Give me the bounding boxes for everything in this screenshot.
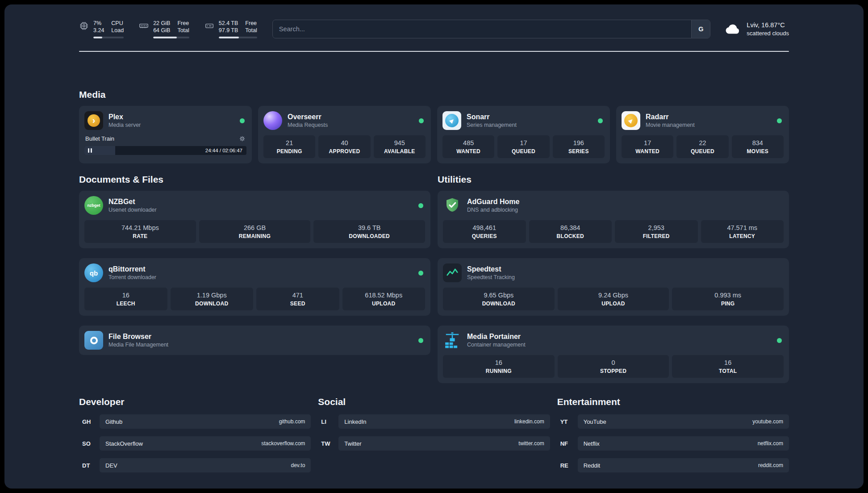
cpu-stat-body: 7% 3.24 CPU Load [93,20,124,38]
bookmark-card[interactable]: Reddit reddit.com [578,458,789,472]
plex-card[interactable]: › Plex Media server Bullet Train [79,106,252,163]
disk-total-label: Total [245,27,257,34]
disk-stat: 52.4 TB 97.9 TB Free Total [204,20,257,38]
qbittorrent-logo-text: qb [90,269,98,277]
section-utilities: Utilities [438,174,789,383]
radarr-titles: Radarr Movie management [646,113,695,129]
bookmark-name: Reddit [584,462,601,469]
status-dot [419,118,424,123]
adguard-icon [443,196,462,215]
nzbget-titles: NZBGet Usenet downloader [108,197,157,214]
stat-latency: 47.571 ms LATENCY [701,220,784,243]
radarr-icon: ▶ [622,111,640,130]
sonarr-icon: ▶ [442,111,461,130]
bookmark-name: LinkedIn [344,418,366,425]
overseerr-card[interactable]: Overseerr Media Requests 21 PENDING 40 A… [258,106,431,163]
speedtest-card[interactable]: Speedtest Speedtest Tracking 9.65 Gbps D… [438,258,789,316]
sonarr-titles: Sonarr Series management [467,113,517,129]
bookmark-card[interactable]: Netflix netflix.com [578,436,789,451]
stat-value: 39.6 TB [315,224,424,232]
app-description: Media File Management [108,341,168,349]
bookmark-card[interactable]: Github github.com [100,414,311,429]
app-name: Overseerr [288,113,328,121]
stat-label: UPLOAD [559,301,668,307]
entertainment-section-title: Entertainment [557,397,789,407]
bookmark-url: github.com [279,418,305,425]
filebrowser-card[interactable]: File Browser Media File Management [79,326,430,355]
stat-value: 2,953 [616,224,697,232]
overseerr-stats: 21 PENDING 40 APPROVED 945 AVAILABLE [263,135,426,158]
track-name: Bullet Train [85,135,114,142]
bookmark-twitter[interactable]: TW Twitter twitter.com [318,436,550,451]
filebrowser-header: File Browser Media File Management [84,331,425,350]
filebrowser-titles: File Browser Media File Management [108,332,168,349]
qbittorrent-card[interactable]: qb qBittorrent Torrent downloader 16 LEE… [79,258,430,316]
stat-running: 16 RUNNING [443,355,555,378]
bookmark-card[interactable]: Twitter twitter.com [338,436,550,451]
bookmark-reddit[interactable]: RE Reddit reddit.com [557,458,789,472]
stat-series: 196 SERIES [553,135,605,158]
bookmark-dev[interactable]: DT DEV dev.to [79,458,311,472]
stat-label: QUEUED [499,148,548,155]
bookmark-card[interactable]: LinkedIn linkedin.com [338,414,550,429]
app-description: Movie management [646,121,695,129]
social-bookmarks: LI LinkedIn linkedin.com TW Twitter twit… [318,414,550,451]
app-name: Sonarr [467,113,517,121]
app-name: Media Portainer [467,332,526,341]
stat-ping: 0.993 ms PING [672,288,784,310]
nzbget-card[interactable]: nzbget NZBGet Usenet downloader 744.21 M… [79,191,430,248]
media-cards-row: › Plex Media server Bullet Train [79,106,789,163]
status-dot [777,338,782,343]
section-media: Media › Plex Media server [79,89,789,163]
pause-icon[interactable] [88,148,92,153]
social-section-title: Social [318,397,550,407]
adguard-card[interactable]: AdGuard Home DNS and adblocking 498,461 … [438,191,789,248]
status-dot [418,271,423,276]
bookmark-card[interactable]: YouTube youtube.com [578,414,789,429]
stat-label: AVAILABLE [375,148,424,155]
portainer-card[interactable]: Media Portainer Container management 16 … [438,326,789,383]
search-input[interactable] [273,25,692,33]
stat-label: STOPPED [559,368,668,374]
stat-value: 618.52 Mbps [344,292,424,299]
bookmark-netflix[interactable]: NF Netflix netflix.com [557,436,789,451]
bookmark-youtube[interactable]: YT YouTube youtube.com [557,414,789,429]
bookmark-abbr: TW [318,440,338,447]
weather-widget: Lviv, 16.87°C scattered clouds [724,21,789,37]
nzbget-stats: 744.21 Mbps RATE 266 GB REMAINING 39.6 T… [84,220,425,243]
bookmark-card[interactable]: StackOverflow stackoverflow.com [100,436,311,451]
search-engine-button[interactable]: G [691,20,710,38]
sonarr-stats: 485 WANTED 17 QUEUED 196 SERIES [442,135,605,158]
speedtest-icon [443,263,462,282]
documents-cards: nzbget NZBGet Usenet downloader 744.21 M… [79,191,430,355]
stat-value: 1.19 Gbps [172,292,252,299]
bookmark-abbr: SO [79,440,100,447]
playback-time: 24:44 / 02:06:47 [205,148,242,153]
disk-free-value: 52.4 TB [219,20,238,27]
app-description: Media server [108,121,141,129]
radarr-card[interactable]: ▶ Radarr Movie management 17 WANTED [616,106,789,163]
stat-value: 9.65 Gbps [444,292,553,299]
bookmark-github[interactable]: GH Github github.com [79,414,311,429]
bookmark-linkedin[interactable]: LI LinkedIn linkedin.com [318,414,550,429]
weather-text: Lviv, 16.87°C scattered clouds [747,21,789,37]
sonarr-card[interactable]: ▶ Sonarr Series management 485 WANTED [437,106,610,163]
speedtest-stats: 9.65 Gbps DOWNLOAD 9.24 Gbps UPLOAD 0.99… [443,288,784,310]
cloud-icon [724,21,742,37]
playback-progress-bar[interactable]: 24:44 / 02:06:47 [84,146,246,155]
section-social: Social LI LinkedIn linkedin.com TW Twitt… [318,397,550,472]
cpu-usage-value: 7% [93,20,104,27]
stat-pending: 21 PENDING [263,135,315,158]
bookmark-name: DEV [105,462,117,469]
radarr-badge: ▶ [624,114,638,127]
bookmark-stackoverflow[interactable]: SO StackOverflow stackoverflow.com [79,436,311,451]
middle-columns: Documents & Files nzbget NZBGet Usenet d… [79,174,789,383]
speedtest-header: Speedtest Speedtest Tracking [443,263,784,282]
bookmark-abbr: GH [79,418,100,425]
app-name: qBittorrent [108,265,156,274]
bookmark-card[interactable]: DEV dev.to [100,458,311,472]
stat-value: 498,461 [444,224,525,232]
bookmark-abbr: RE [557,462,578,469]
gear-icon[interactable] [239,135,246,142]
disk-progress-bar [219,37,257,38]
